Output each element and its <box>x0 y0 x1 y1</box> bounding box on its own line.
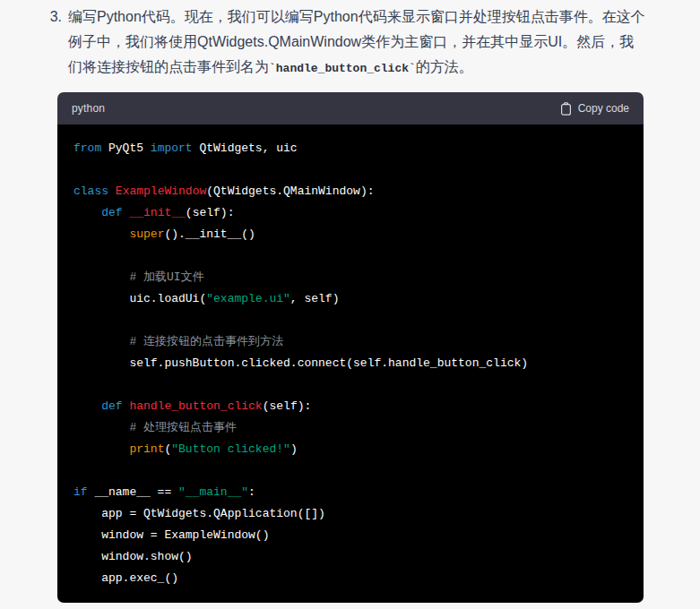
code-line: if __name__ == "__main__": <box>73 482 627 503</box>
code-line <box>73 159 627 181</box>
code-block: python Copy code from PyQt5 import QtWid… <box>57 92 644 603</box>
code-line: # 加载UI文件 <box>73 267 627 288</box>
clipboard-icon <box>560 102 572 116</box>
code-line: class ExampleWindow(QtWidgets.QMainWindo… <box>73 181 627 202</box>
list-number: 3. <box>47 4 68 81</box>
paragraph-text: 编写Python代码。现在，我们可以编写Python代码来显示窗口并处理按钮点击… <box>68 4 645 81</box>
code-line: uic.loadUi("example.ui", self) <box>73 288 627 310</box>
code-line <box>73 460 627 482</box>
numbered-list-item: 3. 编写Python代码。现在，我们可以编写Python代码来显示窗口并处理按… <box>47 4 645 81</box>
assistant-message: 3. 编写Python代码。现在，我们可以编写Python代码来显示窗口并处理按… <box>0 0 700 603</box>
code-line: window = ExampleWindow() <box>73 525 627 546</box>
code-line: super().__init__() <box>73 224 627 245</box>
code-line: def __init__(self): <box>73 202 627 224</box>
code-line <box>73 374 627 396</box>
language-label: python <box>72 102 105 115</box>
code-line: app.exec_() <box>73 568 627 589</box>
code-line: # 连接按钮的点击事件到方法 <box>73 331 627 353</box>
code-line: window.show() <box>73 546 627 568</box>
copy-code-button[interactable]: Copy code <box>560 102 629 116</box>
code-block-header: python Copy code <box>57 92 644 124</box>
copy-code-label: Copy code <box>578 102 629 115</box>
code-line <box>73 245 627 267</box>
code-line: from PyQt5 import QtWidgets, uic <box>73 138 627 159</box>
inline-code: `handle_button_click` <box>269 62 416 75</box>
code-line: self.pushButton.clicked.connect(self.han… <box>73 353 627 374</box>
code-content: from PyQt5 import QtWidgets, uic class E… <box>57 124 644 603</box>
paragraph-text-after: 的方法。 <box>416 59 473 74</box>
code-line <box>73 310 627 331</box>
code-line: def handle_button_click(self): <box>73 396 627 417</box>
code-line: app = QtWidgets.QApplication([]) <box>73 503 627 525</box>
code-line: # 处理按钮点击事件 <box>73 417 627 439</box>
code-line: print("Button clicked!") <box>73 439 627 460</box>
